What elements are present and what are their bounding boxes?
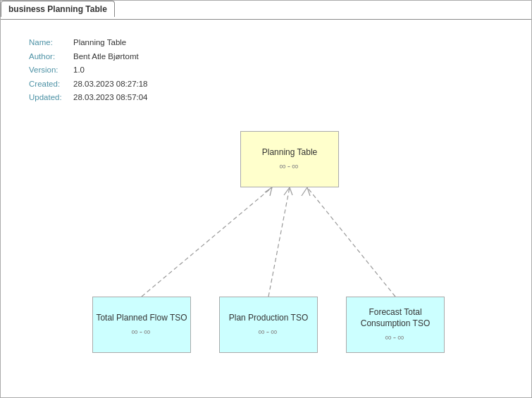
total-planned-flow-infinity: ∞-∞ bbox=[132, 326, 152, 337]
plan-production-label: Plan Production TSO bbox=[229, 313, 309, 324]
node-planning-table[interactable]: Planning Table ∞-∞ bbox=[240, 131, 339, 187]
node-plan-production[interactable]: Plan Production TSO ∞-∞ bbox=[219, 297, 318, 353]
tab-label[interactable]: business Planning Table bbox=[1, 1, 115, 17]
meta-created-value: 28.03.2023 08:27:18 bbox=[73, 77, 148, 92]
meta-author-value: Bent Atle Bjørtomt bbox=[73, 50, 139, 64]
node-total-planned-flow[interactable]: Total Planned Flow TSO ∞-∞ bbox=[92, 297, 191, 353]
meta-created-row: Created: 28.03.2023 08:27:18 bbox=[29, 77, 148, 92]
arrow-center-line bbox=[268, 187, 290, 297]
meta-name-label: Name: bbox=[29, 36, 68, 50]
top-border bbox=[1, 19, 531, 20]
meta-author-row: Author: Bent Atle Bjørtomt bbox=[29, 50, 148, 64]
plan-production-infinity: ∞-∞ bbox=[259, 326, 279, 337]
meta-name-row: Name: Planning Table bbox=[29, 36, 148, 50]
meta-name-value: Planning Table bbox=[73, 36, 126, 50]
meta-created-label: Created: bbox=[29, 77, 68, 92]
arrow-center-head bbox=[284, 187, 292, 195]
arrow-left-line bbox=[142, 187, 272, 297]
tab-text: business Planning Table bbox=[8, 4, 107, 14]
meta-updated-row: Updated: 28.03.2023 08:57:04 bbox=[29, 91, 148, 105]
metadata-section: Name: Planning Table Author: Bent Atle B… bbox=[29, 36, 148, 105]
meta-updated-value: 28.03.2023 08:57:04 bbox=[73, 91, 148, 105]
arrow-left-head bbox=[265, 187, 272, 196]
meta-updated-label: Updated: bbox=[29, 91, 68, 105]
meta-version-value: 1.0 bbox=[73, 63, 85, 77]
planning-table-label: Planning Table bbox=[262, 147, 318, 158]
total-planned-flow-label: Total Planned Flow TSO bbox=[96, 313, 187, 324]
arrow-right-line bbox=[307, 187, 395, 297]
arrow-right-head bbox=[302, 187, 310, 196]
node-forecast-total[interactable]: Forecast Total Consumption TSO ∞-∞ bbox=[346, 297, 445, 353]
main-container: business Planning Table Name: Planning T… bbox=[0, 0, 532, 398]
meta-version-row: Version: 1.0 bbox=[29, 63, 148, 77]
forecast-total-infinity: ∞-∞ bbox=[385, 332, 406, 342]
planning-table-infinity: ∞-∞ bbox=[280, 161, 300, 171]
meta-version-label: Version: bbox=[29, 63, 68, 77]
forecast-total-label: Forecast Total Consumption TSO bbox=[347, 307, 444, 329]
meta-author-label: Author: bbox=[29, 50, 68, 64]
